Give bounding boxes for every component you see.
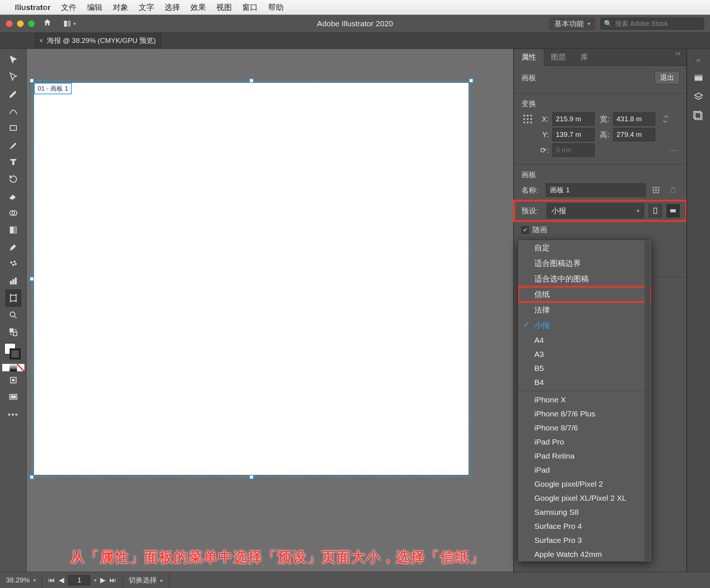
window-maximize-icon[interactable] <box>28 20 35 27</box>
menu-object[interactable]: 对象 <box>113 2 128 13</box>
window-minimize-icon[interactable] <box>17 20 24 27</box>
preset-option[interactable]: Google pixel/Pixel 2 <box>518 477 651 491</box>
status-mode[interactable]: 切换选择 ▸ <box>123 572 169 588</box>
preset-option[interactable]: iPhone 8/7/6 <box>518 421 651 435</box>
dock-expand-icon[interactable]: ‹‹ <box>696 56 701 64</box>
preset-option[interactable]: Google pixel XL/Pixel 2 XL <box>518 491 651 505</box>
app-menu[interactable]: Illustrator <box>15 3 51 12</box>
preset-option[interactable]: 自定 <box>518 240 651 256</box>
selection-tool-icon[interactable] <box>6 52 21 68</box>
preset-option[interactable]: 法律 <box>518 302 651 318</box>
home-icon[interactable] <box>43 18 52 30</box>
document-tab[interactable]: × 海报 @ 38.29% (CMYK/GPU 预览) <box>34 33 161 48</box>
artboard-name-input[interactable] <box>546 183 646 197</box>
rectangle-tool-icon[interactable] <box>6 120 21 136</box>
menu-view[interactable]: 视图 <box>216 2 232 13</box>
panel-collapse-icon[interactable]: ›› <box>670 49 686 65</box>
dock-layers-icon[interactable] <box>692 91 705 102</box>
menu-effect[interactable]: 效果 <box>190 2 206 13</box>
preset-option[interactable]: iPad <box>518 463 651 477</box>
preset-option[interactable]: iPad Pro <box>518 435 651 449</box>
resize-handle-w[interactable] <box>30 277 34 281</box>
swap-fill-stroke-icon[interactable] <box>6 324 21 340</box>
resize-handle-nw[interactable] <box>30 78 34 83</box>
preset-option[interactable]: 适合选中的图稿 <box>518 271 651 287</box>
resize-handle-ne[interactable] <box>469 78 473 83</box>
reference-point-icon[interactable] <box>521 113 534 125</box>
menu-window[interactable]: 窗口 <box>242 2 258 13</box>
delete-artboard-icon[interactable] <box>666 183 680 197</box>
color-mode-none-icon[interactable] <box>17 364 24 371</box>
artboard[interactable] <box>34 83 469 475</box>
rotate-tool-icon[interactable] <box>6 171 21 187</box>
resize-handle-sw[interactable] <box>30 475 34 479</box>
window-close-icon[interactable] <box>6 20 13 27</box>
close-tab-icon[interactable]: × <box>39 37 43 45</box>
search-input[interactable]: 🔍 搜索 Adobe Stock <box>601 18 704 30</box>
zoom-tool-icon[interactable] <box>6 307 21 323</box>
paintbrush-tool-icon[interactable] <box>6 137 21 153</box>
orientation-landscape-icon[interactable] <box>666 204 680 217</box>
stroke-swatch-icon[interactable] <box>10 348 21 359</box>
artboard-index-field[interactable]: 1 <box>68 575 90 585</box>
y-field[interactable]: 139.7 m <box>552 128 595 141</box>
curvature-tool-icon[interactable] <box>6 103 21 119</box>
preset-option[interactable]: 适合图稿边界 <box>518 256 651 271</box>
fill-stroke-swatch[interactable] <box>4 343 22 361</box>
screen-mode-icon[interactable] <box>6 389 21 405</box>
dropdown-scrollbar[interactable] <box>645 241 650 561</box>
canvas[interactable]: 01 - 画板 1 <box>27 49 513 572</box>
preset-option[interactable]: A4 <box>518 333 651 347</box>
tab-properties[interactable]: 属性 <box>514 49 544 66</box>
eyedropper-tool-icon[interactable] <box>6 239 21 255</box>
w-field[interactable]: 431.8 m <box>613 112 655 126</box>
h-field[interactable]: 279.4 m <box>613 128 655 141</box>
type-tool-icon[interactable] <box>6 154 21 170</box>
gradient-tool-icon[interactable] <box>6 222 21 238</box>
preset-option[interactable]: B5 <box>518 361 651 375</box>
menu-edit[interactable]: 编辑 <box>87 2 102 13</box>
nav-first-icon[interactable]: ⏮ <box>48 576 55 584</box>
eraser-tool-icon[interactable] <box>6 188 21 204</box>
dock-libraries-icon[interactable] <box>692 111 705 122</box>
dock-properties-icon[interactable] <box>692 72 705 83</box>
column-graph-tool-icon[interactable] <box>6 273 21 289</box>
nav-next-icon[interactable]: ▶ <box>100 576 106 584</box>
nav-last-icon[interactable]: ⏭ <box>109 576 116 584</box>
preset-select[interactable]: 小报 ▾ <box>547 203 644 218</box>
x-field[interactable]: 215.9 m <box>552 112 595 126</box>
tab-layers[interactable]: 图层 <box>544 49 573 65</box>
transform-more-icon[interactable]: ⋯ <box>666 143 680 157</box>
preset-option[interactable]: iPhone 8/7/6 Plus <box>518 407 651 421</box>
shape-builder-tool-icon[interactable] <box>6 205 21 221</box>
menu-type[interactable]: 文字 <box>139 2 154 13</box>
color-mode-color-icon[interactable] <box>2 364 10 371</box>
preset-option[interactable]: A3 <box>518 347 651 361</box>
move-with-artboard-checkbox[interactable]: ✔ <box>521 226 529 234</box>
artboard-tool-icon[interactable] <box>6 290 21 306</box>
workspace-switcher[interactable]: 基本功能 ▾ <box>549 17 595 30</box>
link-wh-icon[interactable] <box>659 112 672 126</box>
orientation-portrait-icon[interactable] <box>649 204 662 217</box>
direct-selection-tool-icon[interactable] <box>6 69 21 85</box>
exit-artboard-button[interactable]: 退出 <box>655 71 680 84</box>
preset-option[interactable]: B4 <box>518 375 651 389</box>
arrange-documents-icon[interactable]: ▾ <box>63 19 76 28</box>
preset-option[interactable]: Samsung S8 <box>518 505 651 519</box>
tab-libraries[interactable]: 库 <box>573 49 595 65</box>
nav-prev-icon[interactable]: ◀ <box>59 576 64 584</box>
zoom-level[interactable]: 38.29% ▾ <box>0 572 42 588</box>
resize-handle-n[interactable] <box>249 78 254 83</box>
preset-option[interactable]: Surface Pro 4 <box>518 519 651 533</box>
chevron-down-icon[interactable]: ▾ <box>94 577 97 583</box>
menu-select[interactable]: 选择 <box>165 2 180 13</box>
preset-option[interactable]: iPad Retina <box>518 449 651 463</box>
symbol-sprayer-tool-icon[interactable] <box>6 256 21 272</box>
edit-toolbar-icon[interactable]: ••• <box>8 410 18 419</box>
resize-handle-s[interactable] <box>249 475 254 479</box>
preset-option[interactable]: Apple Watch 42mm <box>518 547 651 561</box>
preset-option[interactable]: iPhone X <box>518 393 651 407</box>
menu-file[interactable]: 文件 <box>61 2 77 13</box>
new-artboard-icon[interactable] <box>649 183 663 197</box>
preset-option[interactable]: Surface Pro 3 <box>518 533 651 547</box>
